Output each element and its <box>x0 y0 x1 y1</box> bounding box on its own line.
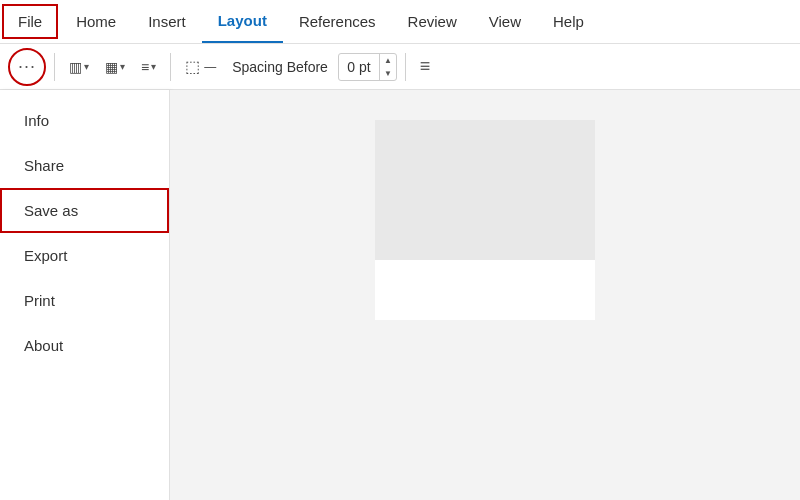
columns-button[interactable]: ▥ ▾ <box>63 51 95 83</box>
document-page-top <box>375 120 595 260</box>
menu-export[interactable]: Export <box>0 233 169 278</box>
toolbar-grid-group: ▦ ▾ <box>99 51 131 83</box>
list-button[interactable]: ≡ ▾ <box>135 51 162 83</box>
toolbar-separator-2 <box>170 53 171 81</box>
spacing-before-input[interactable]: 0 pt ▲ ▼ <box>338 53 397 81</box>
menu-item-file[interactable]: File <box>2 4 58 39</box>
spacing-before-label: Spacing Before <box>226 59 334 75</box>
menu-bar: File Home Insert Layout References Revie… <box>0 0 800 44</box>
menu-item-home[interactable]: Home <box>60 0 132 43</box>
menu-item-review[interactable]: Review <box>392 0 473 43</box>
toolbar-columns-group: ▥ ▾ <box>63 51 95 83</box>
menu-item-layout[interactable]: Layout <box>202 0 283 43</box>
grid-icon: ▦ <box>105 59 118 75</box>
more-toolbar-icon: ≡ <box>414 56 437 77</box>
menu-about[interactable]: About <box>0 323 169 368</box>
spacing-lines-icon: — <box>204 60 216 74</box>
grid-button[interactable]: ▦ ▾ <box>99 51 131 83</box>
columns-icon: ▥ <box>69 59 82 75</box>
file-dropdown-menu: Info Share Save as Export Print About <box>0 90 170 500</box>
document-page-bottom <box>375 260 595 320</box>
spacing-spin-up[interactable]: ▲ <box>380 54 396 67</box>
menu-item-insert[interactable]: Insert <box>132 0 202 43</box>
menu-item-view[interactable]: View <box>473 0 537 43</box>
menu-item-help[interactable]: Help <box>537 0 600 43</box>
list-icon: ≡ <box>141 59 149 75</box>
chevron-down-icon: ▾ <box>84 61 89 72</box>
toolbar-separator-3 <box>405 53 406 81</box>
toolbar-list-group: ≡ ▾ <box>135 51 162 83</box>
toolbar-separator-1 <box>54 53 55 81</box>
chevron-down-icon-3: ▾ <box>151 61 156 72</box>
more-options-button[interactable]: ··· <box>8 48 46 86</box>
menu-item-references[interactable]: References <box>283 0 392 43</box>
spacing-before-value: 0 pt <box>339 59 379 75</box>
spacing-spinners: ▲ ▼ <box>379 54 396 80</box>
content-area: Info Share Save as Export Print About <box>0 90 800 500</box>
menu-share[interactable]: Share <box>0 143 169 188</box>
spacing-before-icon: ⬚ — <box>179 51 222 83</box>
toolbar: ··· ▥ ▾ ▦ ▾ ≡ ▾ ⬚ — Spacing Before 0 pt … <box>0 44 800 90</box>
document-pages <box>375 110 595 320</box>
document-area <box>170 90 800 500</box>
menu-info[interactable]: Info <box>0 98 169 143</box>
menu-save-as[interactable]: Save as <box>0 188 169 233</box>
spacing-icon: ⬚ <box>185 57 200 76</box>
spacing-spin-down[interactable]: ▼ <box>380 67 396 80</box>
chevron-down-icon-2: ▾ <box>120 61 125 72</box>
ellipsis-icon: ··· <box>18 56 36 77</box>
menu-print[interactable]: Print <box>0 278 169 323</box>
